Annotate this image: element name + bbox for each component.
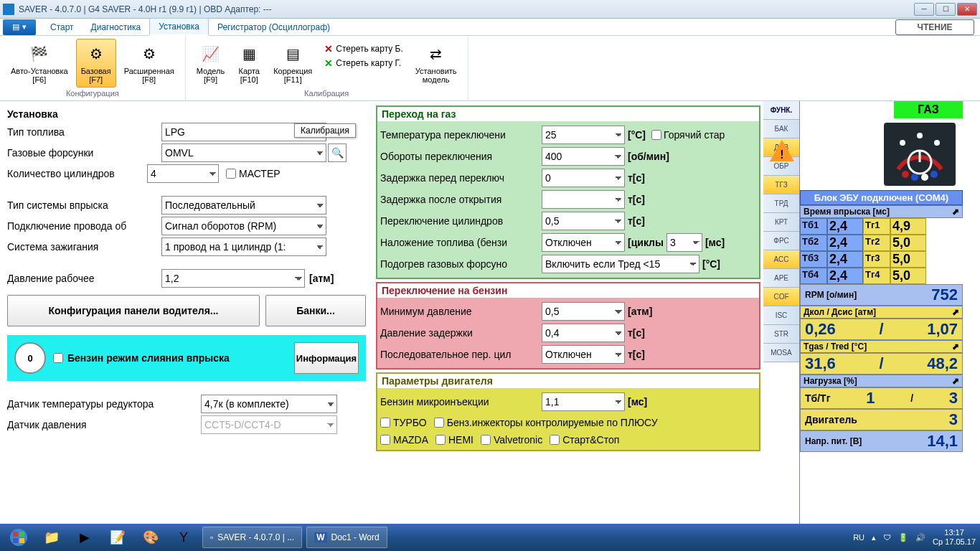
press-metric-label: Дкол / Дсис [атм] — [804, 307, 876, 317]
delay-before-combo[interactable]: 0 — [542, 169, 625, 187]
plus-checkbox[interactable]: Бенз.инжекторы контролируемые по ПЛЮСУ — [434, 417, 658, 428]
readings-panel: ГАЗ ! Блок ЭБУ подключен (COM4) Время вп… — [799, 101, 963, 551]
hot-start-checkbox[interactable]: Горячий стар — [651, 129, 725, 141]
svg-point-1 — [917, 133, 923, 138]
side-tab-acc[interactable]: ACC — [763, 250, 799, 269]
taskbar-task-saver[interactable]: ▫SAVER - 4.0.7.0 | ... — [202, 527, 302, 548]
rpm-wire-combo[interactable]: Сигнал оборотов (RPM) — [161, 217, 326, 235]
explorer-icon[interactable]: 📁 — [37, 527, 66, 548]
info-button[interactable]: Информация — [294, 342, 359, 374]
injector-search-icon[interactable]: 🔍 — [328, 143, 347, 162]
svg-point-2 — [934, 140, 940, 146]
taskbar-task-word[interactable]: WDoc1 - Word — [306, 527, 387, 548]
cyl-switch-label: Переключение цилиндров — [380, 215, 542, 227]
tab-recorder[interactable]: Регистратор (Осциллограф) — [209, 19, 339, 35]
taskbar: 📁 ▶ 📝 🎨 Y ▫SAVER - 4.0.7.0 | ... WDoc1 -… — [0, 524, 980, 551]
system-tray[interactable]: RU ▴ 🛡 🔋 🔊 13:17Ср 17.05.17 — [853, 528, 976, 547]
heater-combo[interactable]: Включить если Тред <15 — [542, 255, 699, 273]
inj-sys-combo[interactable]: Последовательный — [161, 196, 326, 215]
notes-icon[interactable]: 📝 — [103, 527, 132, 548]
mazda-checkbox[interactable]: MAZDA — [380, 434, 428, 446]
switch-temp-combo[interactable]: 25 — [542, 126, 625, 144]
close-button[interactable]: ✕ — [957, 3, 977, 16]
side-tab-krt[interactable]: КРТ — [763, 213, 799, 232]
inj-sys-label: Тип системы впрыска — [7, 199, 161, 211]
start-button[interactable] — [4, 527, 33, 548]
side-tab-bak[interactable]: БАК — [763, 120, 799, 138]
valvetronic-checkbox[interactable]: Valvetronic — [481, 434, 542, 446]
svg-point-8 — [930, 171, 938, 178]
work-pressure-label: Давление рабочее — [7, 273, 161, 284]
ribbon-extended[interactable]: ⚙Расширенная [F8] — [119, 39, 179, 88]
voltage-label: Напр. пит. [В] — [805, 436, 862, 446]
side-tab-tgz[interactable]: ТГЗ — [763, 176, 799, 194]
ribbon-base[interactable]: ⚙Базовая [F7] — [76, 39, 116, 88]
x-red-icon: ✕ — [324, 43, 333, 55]
paint-icon[interactable]: 🎨 — [136, 527, 165, 548]
cylinders-combo[interactable]: 4 — [147, 164, 219, 183]
ribbon-correction[interactable]: ▤Коррекция [F11] — [268, 39, 317, 88]
tray-up-icon[interactable]: ▴ — [872, 533, 876, 542]
banks-button[interactable]: Банки... — [265, 295, 366, 326]
browser-icon[interactable]: Y — [169, 527, 198, 548]
tray-shield-icon[interactable]: 🛡 — [883, 533, 891, 542]
fuel-type-label: Тип топлива — [7, 126, 161, 138]
ignition-combo[interactable]: 1 провод на 1 цилиндр (1: — [161, 237, 326, 256]
pressure-delay-combo[interactable]: 0,4 — [542, 324, 625, 342]
master-checkbox[interactable]: МАСТЕР — [226, 168, 366, 179]
expand-icon[interactable]: ⬈ — [952, 207, 959, 217]
tab-diagnostics[interactable]: Диагностика — [83, 19, 150, 35]
min-pressure-combo[interactable]: 0,5 — [542, 302, 625, 321]
file-menu-button[interactable]: ▤ ▾ — [3, 19, 36, 35]
delay-after-combo[interactable] — [542, 190, 625, 209]
expand-icon[interactable]: ⬈ — [952, 307, 959, 317]
work-pressure-combo[interactable]: 1,2 — [161, 269, 305, 288]
startstop-checkbox[interactable]: Старт&Стоп — [550, 434, 619, 446]
tray-battery-icon[interactable]: 🔋 — [898, 533, 908, 542]
side-tab-ape[interactable]: APE — [763, 269, 799, 288]
clock[interactable]: 13:17Ср 17.05.17 — [933, 528, 976, 547]
side-tab-str[interactable]: STR — [763, 325, 799, 344]
svg-point-7 — [921, 174, 928, 181]
turbo-checkbox[interactable]: ТУРБО — [380, 417, 427, 428]
side-tab-trd[interactable]: ТРД — [763, 194, 799, 213]
overlap-ms-combo[interactable]: 3 — [666, 233, 702, 252]
microinj-combo[interactable]: 1,1 — [542, 392, 625, 411]
language-indicator[interactable]: RU — [853, 533, 864, 542]
cyl-switch-combo[interactable]: 0,5 — [542, 212, 625, 230]
tray-volume-icon[interactable]: 🔊 — [915, 533, 925, 542]
petrol-merge-checkbox[interactable]: Бензин режим слияния впрыска — [53, 352, 287, 364]
injectors-combo[interactable]: OMVL — [161, 143, 326, 162]
gear-icon: ⚙ — [138, 42, 161, 65]
x-green-icon: ✕ — [324, 57, 333, 69]
ribbon-set-model[interactable]: ⇄Установить модель — [410, 39, 462, 88]
driver-panel-button[interactable]: Конфигурация панели водителя... — [7, 295, 260, 326]
side-tab-frs[interactable]: ФРС — [763, 232, 799, 250]
overlap-combo[interactable]: Отключен — [542, 233, 625, 252]
hemi-checkbox[interactable]: HEMI — [435, 434, 473, 446]
maximize-button[interactable]: ☐ — [936, 3, 956, 16]
erase-map-b[interactable]: ✕Стереть карту Б. — [324, 43, 403, 55]
ribbon-model[interactable]: 📈Модель [F9] — [192, 39, 230, 88]
delay-before-label: Задержка перед переключ — [380, 172, 542, 184]
expand-icon[interactable]: ⬈ — [952, 342, 959, 352]
side-tab-mosa[interactable]: MOSA — [763, 344, 799, 362]
tab-install[interactable]: Установка — [149, 18, 209, 36]
media-icon[interactable]: ▶ — [70, 527, 99, 548]
switch-rpm-combo[interactable]: 400 — [542, 147, 625, 166]
side-tab-cof[interactable]: COF — [763, 288, 799, 306]
temp-sensor-combo[interactable]: 4,7к (в комплекте) — [201, 395, 337, 413]
expand-icon[interactable]: ⬈ — [952, 376, 959, 386]
ribbon-map[interactable]: ▦Карта [F10] — [232, 39, 265, 88]
side-tab-func[interactable]: ФУНК. — [763, 101, 799, 120]
read-button[interactable]: ЧТЕНИЕ — [895, 19, 974, 35]
seq-switch-combo[interactable]: Отключен — [542, 345, 625, 364]
side-tab-isc[interactable]: ISC — [763, 306, 799, 325]
minimize-button[interactable]: ─ — [914, 3, 934, 16]
erase-map-g[interactable]: ✕Стереть карту Г. — [324, 57, 403, 69]
tab-start[interactable]: Старт — [42, 19, 83, 35]
ribbon-auto-install[interactable]: 🏁Авто-Установка [F6] — [6, 39, 73, 88]
titlebar: SAVER - 4.0.7.0 | G4 SAVER - 4.0H r1 (9.… — [0, 0, 980, 19]
press-sensor-label: Датчик давления — [7, 419, 201, 430]
svg-rect-10 — [13, 532, 18, 537]
